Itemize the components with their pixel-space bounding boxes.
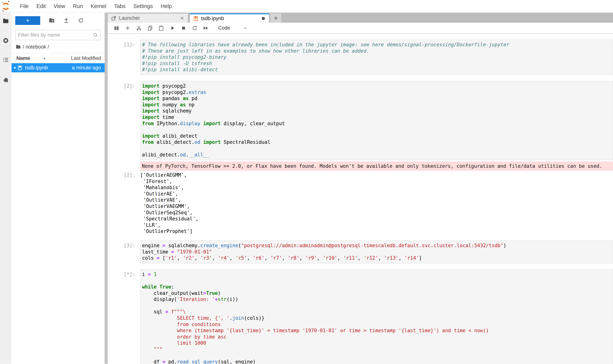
file-browser-icon[interactable] [3,18,9,24]
code-cell: [2]:import psycopg2import psycopg2.extra… [108,81,613,234]
tab-launcher[interactable]: Launcher [108,13,188,23]
notebook-content: [1]:# The following libraries have alrea… [108,33,613,364]
stop-icon[interactable] [181,25,187,31]
breadcrumb-path: / notebook / [23,44,49,50]
table-of-contents-icon[interactable] [3,57,9,63]
execution-count: [3]: [108,240,140,263]
panel-splitter[interactable] [105,13,108,364]
tab-label: Launcher [119,15,180,21]
tab-label: tsdb.ipynb [201,16,262,21]
tab-tsdb-notebook[interactable]: tsdb.ipynb [190,13,269,23]
execution-count: [2]: [108,81,140,160]
cell-output: ['OutlierAEGMM', 'IForest', 'Mahalanobis… [140,172,613,234]
cell-editor[interactable]: i = 1while True: clear_output(wait=True)… [140,269,613,364]
file-list-header: Name Last Modified [12,53,105,63]
code-cell: [1]:# The following libraries have alrea… [108,40,613,75]
file-row[interactable]: tsdb.ipynba minute ago [12,63,105,72]
activity-bar [0,13,12,364]
search-icon [93,32,98,38]
filter-box [15,30,101,40]
file-name: tsdb.ipynb [25,65,48,71]
restart-kernel-icon[interactable] [192,25,198,31]
launcher-icon [111,16,116,21]
cell-editor[interactable]: # The following libraries have already b… [140,40,613,75]
notebook-toolbar: Code [108,23,613,33]
file-browser-panel: + / notebook / [12,13,105,364]
chevron-down-icon[interactable] [243,26,248,30]
menu-item-help[interactable]: Help [157,3,176,9]
close-icon[interactable] [180,16,184,21]
menu-item-kernel[interactable]: Kernel [87,3,110,9]
menu-item-file[interactable]: File [16,3,33,9]
new-tab-button[interactable]: + [271,13,281,23]
refresh-icon[interactable] [78,17,84,24]
column-header-modified[interactable]: Last Modified [64,53,101,63]
code-cell: [*]:i = 1while True: clear_output(wait=T… [108,269,613,364]
cell-editor[interactable]: import psycopg2import psycopg2.extrasimp… [140,81,613,160]
upload-icon[interactable] [63,17,69,24]
menu-bar: FileEditViewRunKernelTabsSettingsHelp [0,0,613,13]
execution-count: [*]: [108,269,140,364]
menu-item-view[interactable]: View [50,3,69,9]
new-folder-icon[interactable] [49,17,55,24]
column-header-name[interactable]: Name [16,55,30,61]
filter-files-input[interactable] [18,32,93,38]
extension-manager-icon[interactable] [3,77,9,83]
menu-item-edit[interactable]: Edit [33,3,50,9]
menu-item-tabs[interactable]: Tabs [110,3,129,9]
unsaved-changes-icon[interactable] [262,17,265,20]
cell-editor[interactable]: engine = sqlalchemy.create_engine("postg… [140,240,613,263]
cut-cells-icon[interactable] [136,25,142,31]
breadcrumb[interactable]: / notebook / [16,43,105,50]
paste-cells-icon[interactable] [158,25,164,31]
menu-item-settings[interactable]: Settings [129,3,157,9]
sort-ascending-icon [43,57,46,60]
stderr-output: None of PyTorch, TensorFlow >= 2.0, or F… [140,161,613,171]
run-icon[interactable] [169,25,175,31]
cell-type-select[interactable]: Code [218,25,230,31]
restart-run-all-icon[interactable] [203,25,209,31]
jupyter-logo [1,0,10,12]
menu-items: FileEditViewRunKernelTabsSettingsHelp [16,3,176,9]
add-cell-icon[interactable] [125,25,131,31]
notebook-file-icon [17,65,22,71]
save-icon[interactable] [114,25,120,31]
file-list: tsdb.ipynba minute ago [12,63,105,72]
file-modified: a minute ago [72,65,101,71]
notebook-icon [193,16,198,21]
copy-cells-icon[interactable] [147,25,153,31]
output-prompt: [2]: [108,172,140,234]
running-sessions-icon[interactable] [3,37,9,44]
running-dot-icon [14,67,16,69]
file-browser-toolbar: + [12,13,105,28]
menu-item-run[interactable]: Run [69,3,87,9]
code-cell: [3]:engine = sqlalchemy.create_engine("p… [108,240,613,263]
new-launcher-button[interactable]: + [15,16,40,25]
output-prompt [108,160,140,171]
home-folder-icon[interactable] [16,44,21,50]
execution-count: [1]: [108,40,140,75]
tab-bar: Launcher tsdb.ipynb + [108,13,613,23]
